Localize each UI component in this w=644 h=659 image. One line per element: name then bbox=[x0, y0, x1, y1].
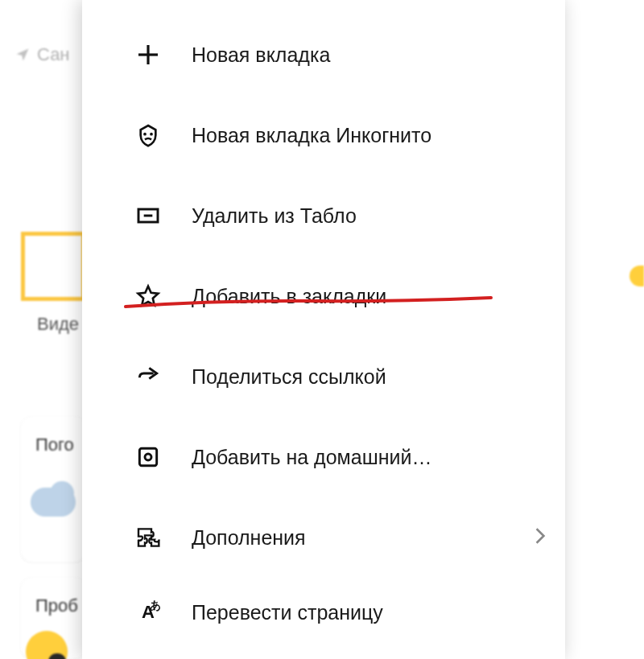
svg-point-3 bbox=[150, 133, 153, 136]
incognito-icon bbox=[134, 121, 163, 150]
search-box-partial bbox=[21, 232, 85, 301]
video-label: Виде bbox=[37, 314, 79, 335]
location-text: Сан bbox=[37, 44, 70, 65]
menu-item-extensions[interactable]: Дополнения bbox=[82, 497, 565, 578]
menu-item-translate[interactable]: Aあ Перевести страницу bbox=[82, 578, 565, 647]
menu-label: Новая вкладка bbox=[192, 43, 546, 67]
traffic-title: Проб bbox=[35, 595, 71, 616]
browser-context-menu: Новая вкладка Новая вкладка Инкогнито Уд… bbox=[82, 0, 565, 659]
cloud-icon bbox=[27, 480, 82, 517]
menu-item-add-bookmark[interactable]: Добавить в закладки bbox=[82, 256, 565, 336]
home-screen-icon bbox=[134, 443, 163, 472]
menu-item-remove-from-tableau[interactable]: Удалить из Табло bbox=[82, 175, 565, 256]
location-icon bbox=[14, 47, 31, 63]
svg-point-7 bbox=[145, 454, 151, 460]
menu-label: Поделиться ссылкой bbox=[192, 365, 546, 389]
menu-label: Новая вкладка Инкогнито bbox=[192, 124, 546, 147]
star-icon bbox=[134, 282, 163, 311]
menu-label: Дополнения bbox=[192, 526, 528, 550]
weather-title: Пого bbox=[35, 435, 71, 455]
svg-rect-6 bbox=[139, 448, 156, 465]
yellow-accent bbox=[630, 266, 644, 286]
menu-label: Перевести страницу bbox=[192, 601, 546, 624]
svg-point-2 bbox=[143, 133, 147, 136]
menu-item-share-link[interactable]: Поделиться ссылкой bbox=[82, 336, 565, 417]
share-icon bbox=[134, 362, 163, 391]
extensions-icon bbox=[134, 523, 163, 552]
menu-item-new-tab[interactable]: Новая вкладка bbox=[82, 14, 565, 95]
translate-icon: Aあ bbox=[134, 598, 163, 627]
menu-label: Добавить в закладки bbox=[192, 285, 546, 308]
menu-label: Добавить на домашний… bbox=[192, 446, 546, 469]
menu-item-add-to-home[interactable]: Добавить на домашний… bbox=[82, 417, 565, 497]
traffic-card: Проб bbox=[21, 578, 85, 658]
weather-card: Пого bbox=[21, 417, 85, 562]
plus-icon bbox=[134, 40, 163, 69]
menu-label: Удалить из Табло bbox=[192, 204, 546, 228]
menu-item-incognito[interactable]: Новая вкладка Инкогнито bbox=[82, 95, 565, 175]
location-widget: Сан bbox=[14, 44, 70, 65]
remove-tile-icon bbox=[134, 201, 163, 230]
chevron-right-icon bbox=[535, 525, 546, 550]
